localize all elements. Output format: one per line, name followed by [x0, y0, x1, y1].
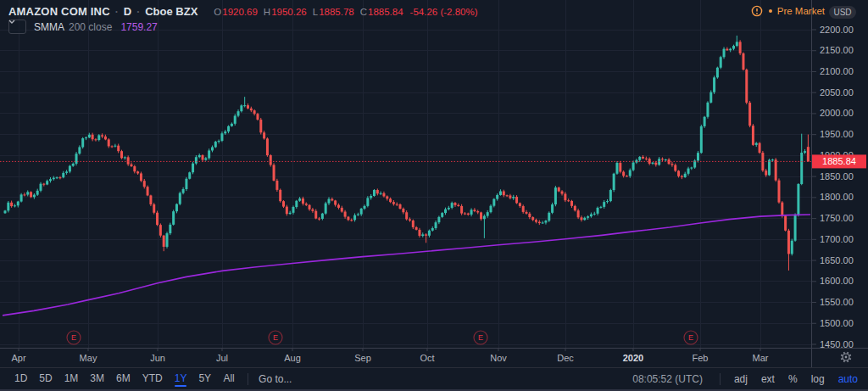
svg-text:1500.00: 1500.00 — [820, 318, 854, 328]
range-all[interactable]: All — [217, 371, 241, 387]
currency-toggle[interactable]: USD — [829, 6, 856, 19]
log-scale-toggle[interactable]: log — [811, 373, 825, 385]
svg-text:2000.00: 2000.00 — [820, 108, 854, 118]
svg-text:Dec: Dec — [557, 353, 574, 363]
candlestick-series — [4, 36, 810, 271]
chevron-down-icon — [8, 20, 15, 24]
earnings-marker[interactable]: E — [474, 331, 487, 344]
svg-text:1650.00: 1650.00 — [820, 255, 854, 265]
range-1y[interactable]: 1Y — [169, 371, 193, 387]
svg-text:2100.00: 2100.00 — [820, 66, 854, 76]
clock-label[interactable]: 08:05:52 (UTC) — [632, 373, 703, 385]
svg-text:1885.84: 1885.84 — [822, 156, 856, 166]
extended-hours-toggle[interactable]: ext — [761, 373, 775, 385]
range-5y[interactable]: 5Y — [192, 371, 217, 387]
premarket-dot-icon — [769, 9, 772, 13]
svg-text:E: E — [71, 333, 76, 342]
range-5d[interactable]: 5D — [33, 371, 58, 387]
indicator-legend[interactable]: SMMA 200 close 1759.27 — [8, 20, 158, 34]
grid-lines — [0, 0, 811, 348]
range-3m[interactable]: 3M — [84, 371, 110, 387]
range-1m[interactable]: 1M — [58, 371, 85, 387]
earnings-marker[interactable]: E — [67, 331, 81, 344]
legend-collapse-button[interactable] — [8, 20, 26, 34]
auto-scale-toggle[interactable]: auto — [838, 373, 858, 385]
axis-borders — [0, 0, 868, 367]
market-status: Pre Market — [0, 5, 825, 17]
svg-text:2020: 2020 — [623, 353, 643, 363]
svg-text:1950.00: 1950.00 — [820, 129, 854, 139]
svg-text:2200.00: 2200.00 — [820, 25, 854, 35]
earnings-markers: EEEE — [67, 331, 698, 344]
price-chart-canvas[interactable]: EEEE2200.002150.002100.002050.002000.001… — [0, 0, 868, 367]
svg-text:Mar: Mar — [753, 353, 769, 363]
svg-text:1450.00: 1450.00 — [820, 339, 854, 349]
last-price-axis-label: 1885.84 — [812, 154, 866, 168]
toolbar-divider — [720, 373, 721, 385]
svg-text:Feb: Feb — [693, 353, 709, 363]
svg-text:Nov: Nov — [490, 353, 507, 363]
toolbar-right-group: 08:05:52 (UTC) adj ext % log auto — [632, 373, 860, 385]
warning-icon[interactable] — [751, 5, 763, 17]
svg-text:Sep: Sep — [354, 353, 371, 363]
indicator-value: 1759.27 — [120, 21, 157, 33]
svg-text:1600.00: 1600.00 — [820, 276, 854, 286]
svg-text:Jun: Jun — [150, 353, 165, 363]
svg-text:2050.00: 2050.00 — [820, 87, 854, 98]
svg-text:Oct: Oct — [420, 353, 434, 363]
svg-text:1850.00: 1850.00 — [820, 171, 854, 182]
svg-text:Aug: Aug — [284, 353, 301, 363]
time-axis[interactable]: AprMayJunJulAugSepOctNovDec2020FebMar — [11, 348, 768, 363]
bottom-toolbar: 1D 5D 1M 3M 6M YTD 1Y 5Y All Go to... 08… — [0, 367, 868, 391]
axis-settings-gear-icon[interactable] — [841, 352, 851, 362]
svg-text:2150.00: 2150.00 — [820, 45, 854, 55]
svg-text:Jul: Jul — [216, 353, 228, 363]
chart-window: EEEE2200.002150.002100.002050.002000.001… — [0, 0, 868, 391]
svg-text:E: E — [478, 333, 483, 342]
earnings-marker[interactable]: E — [684, 331, 698, 344]
adjust-toggle[interactable]: adj — [734, 373, 748, 385]
svg-text:May: May — [80, 353, 97, 363]
smma-line[interactable] — [3, 215, 810, 316]
percent-scale-toggle[interactable]: % — [788, 373, 798, 385]
premarket-label: Pre Market — [777, 6, 825, 16]
indicator-params: 200 close — [69, 21, 112, 33]
goto-button[interactable]: Go to... — [259, 373, 292, 385]
indicator-name[interactable]: SMMA — [34, 21, 64, 33]
svg-text:1800.00: 1800.00 — [820, 192, 854, 202]
range-ytd[interactable]: YTD — [136, 371, 169, 387]
range-1d[interactable]: 1D — [8, 371, 33, 387]
svg-text:Apr: Apr — [11, 353, 25, 363]
svg-text:E: E — [273, 333, 278, 342]
toolbar-divider — [248, 373, 248, 385]
svg-text:1750.00: 1750.00 — [820, 213, 854, 223]
earnings-marker[interactable]: E — [269, 331, 282, 344]
range-6m[interactable]: 6M — [110, 371, 136, 387]
price-axis[interactable]: 2200.002150.002100.002050.002000.001950.… — [812, 25, 854, 349]
svg-text:1550.00: 1550.00 — [820, 297, 854, 307]
svg-text:1700.00: 1700.00 — [820, 234, 854, 244]
svg-text:E: E — [688, 333, 693, 342]
